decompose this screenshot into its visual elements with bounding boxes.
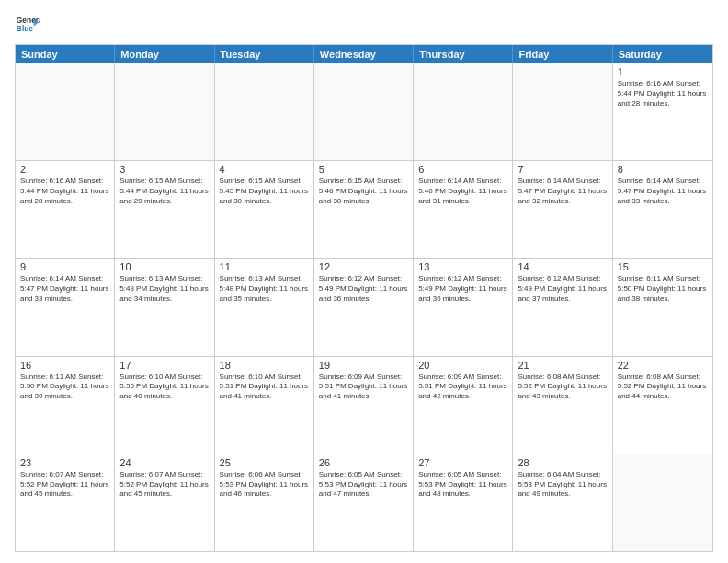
day-number: 19: [319, 360, 408, 371]
day-number: 8: [618, 164, 708, 175]
calendar-cell: 26Sunrise: 6:05 AM Sunset: 5:53 PM Dayli…: [314, 454, 414, 551]
day-number: 20: [418, 360, 507, 371]
cell-info-text: Sunrise: 6:11 AM Sunset: 5:50 PM Dayligh…: [20, 373, 109, 402]
cell-info-text: Sunrise: 6:07 AM Sunset: 5:52 PM Dayligh…: [20, 470, 109, 500]
cell-info-text: Sunrise: 6:06 AM Sunset: 5:53 PM Dayligh…: [220, 470, 309, 500]
calendar-cell: 22Sunrise: 6:08 AM Sunset: 5:52 PM Dayli…: [613, 357, 712, 454]
cell-info-text: Sunrise: 6:12 AM Sunset: 5:49 PM Dayligh…: [418, 274, 507, 304]
day-number: 3: [119, 164, 209, 175]
day-number: 7: [518, 164, 607, 175]
cell-info-text: Sunrise: 6:04 AM Sunset: 5:53 PM Dayligh…: [518, 470, 607, 500]
header-day-friday: Friday: [513, 45, 612, 63]
calendar-cell: 6Sunrise: 6:14 AM Sunset: 5:46 PM Daylig…: [414, 161, 513, 258]
day-number: 27: [418, 457, 507, 468]
day-number: 24: [119, 457, 209, 468]
header-day-sunday: Sunday: [16, 45, 115, 63]
day-number: 11: [220, 261, 309, 272]
calendar-cell: 2Sunrise: 6:16 AM Sunset: 5:44 PM Daylig…: [16, 161, 115, 258]
day-number: 28: [518, 457, 607, 468]
calendar-cell: 7Sunrise: 6:14 AM Sunset: 5:47 PM Daylig…: [513, 161, 612, 258]
cell-info-text: Sunrise: 6:14 AM Sunset: 5:47 PM Dayligh…: [618, 177, 708, 206]
cell-info-text: Sunrise: 6:05 AM Sunset: 5:53 PM Dayligh…: [418, 470, 507, 500]
cell-info-text: Sunrise: 6:10 AM Sunset: 5:51 PM Dayligh…: [220, 373, 309, 402]
calendar-cell: 15Sunrise: 6:11 AM Sunset: 5:50 PM Dayli…: [613, 259, 712, 355]
calendar-week-4: 16Sunrise: 6:11 AM Sunset: 5:50 PM Dayli…: [16, 357, 712, 454]
cell-info-text: Sunrise: 6:12 AM Sunset: 5:49 PM Dayligh…: [518, 274, 607, 304]
day-number: 25: [220, 457, 309, 468]
day-number: 10: [119, 261, 209, 272]
cell-info-text: Sunrise: 6:13 AM Sunset: 5:48 PM Dayligh…: [220, 274, 309, 304]
calendar-cell: 9Sunrise: 6:14 AM Sunset: 5:47 PM Daylig…: [16, 259, 115, 355]
cell-info-text: Sunrise: 6:07 AM Sunset: 5:52 PM Dayligh…: [119, 470, 209, 500]
day-number: 16: [20, 360, 109, 371]
calendar-week-5: 23Sunrise: 6:07 AM Sunset: 5:52 PM Dayli…: [16, 454, 712, 551]
day-number: 4: [220, 164, 309, 175]
day-number: 14: [518, 261, 607, 272]
calendar-cell: 19Sunrise: 6:09 AM Sunset: 5:51 PM Dayli…: [314, 357, 414, 454]
day-number: 9: [20, 261, 109, 272]
calendar-cell: 1Sunrise: 6:16 AM Sunset: 5:44 PM Daylig…: [613, 63, 712, 160]
header-day-thursday: Thursday: [414, 45, 513, 63]
calendar-cell: 28Sunrise: 6:04 AM Sunset: 5:53 PM Dayli…: [513, 454, 612, 551]
calendar-cell: 5Sunrise: 6:15 AM Sunset: 5:46 PM Daylig…: [314, 161, 414, 258]
calendar-cell: 24Sunrise: 6:07 AM Sunset: 5:52 PM Dayli…: [115, 454, 214, 551]
calendar-cell: 14Sunrise: 6:12 AM Sunset: 5:49 PM Dayli…: [513, 259, 612, 355]
day-number: 21: [518, 360, 607, 371]
svg-text:Blue: Blue: [17, 24, 33, 33]
calendar-cell: 3Sunrise: 6:15 AM Sunset: 5:44 PM Daylig…: [115, 161, 214, 258]
cell-info-text: Sunrise: 6:14 AM Sunset: 5:46 PM Dayligh…: [418, 177, 507, 206]
logo-icon: General Blue: [15, 11, 40, 37]
header-day-wednesday: Wednesday: [314, 45, 414, 63]
day-number: 17: [119, 360, 209, 371]
calendar-week-1: 1Sunrise: 6:16 AM Sunset: 5:44 PM Daylig…: [16, 63, 712, 161]
calendar-cell: [115, 63, 214, 160]
calendar-cell: 13Sunrise: 6:12 AM Sunset: 5:49 PM Dayli…: [414, 259, 513, 355]
day-number: 15: [618, 261, 708, 272]
day-number: 18: [220, 360, 309, 371]
calendar-cell: 18Sunrise: 6:10 AM Sunset: 5:51 PM Dayli…: [215, 357, 314, 454]
day-number: 12: [319, 261, 408, 272]
calendar-cell: 21Sunrise: 6:08 AM Sunset: 5:52 PM Dayli…: [513, 357, 612, 454]
cell-info-text: Sunrise: 6:09 AM Sunset: 5:51 PM Dayligh…: [319, 373, 408, 402]
cell-info-text: Sunrise: 6:15 AM Sunset: 5:44 PM Dayligh…: [119, 177, 209, 206]
day-number: 6: [418, 164, 507, 175]
calendar-cell: 4Sunrise: 6:15 AM Sunset: 5:45 PM Daylig…: [215, 161, 314, 258]
calendar-cell: 16Sunrise: 6:11 AM Sunset: 5:50 PM Dayli…: [16, 357, 115, 454]
calendar-cell: 8Sunrise: 6:14 AM Sunset: 5:47 PM Daylig…: [613, 161, 712, 258]
cell-info-text: Sunrise: 6:15 AM Sunset: 5:45 PM Dayligh…: [220, 177, 309, 206]
day-number: 5: [319, 164, 408, 175]
calendar-cell: 27Sunrise: 6:05 AM Sunset: 5:53 PM Dayli…: [414, 454, 513, 551]
calendar-cell: 17Sunrise: 6:10 AM Sunset: 5:50 PM Dayli…: [115, 357, 214, 454]
header-day-monday: Monday: [115, 45, 214, 63]
calendar-cell: 11Sunrise: 6:13 AM Sunset: 5:48 PM Dayli…: [215, 259, 314, 355]
calendar-week-3: 9Sunrise: 6:14 AM Sunset: 5:47 PM Daylig…: [16, 259, 712, 356]
day-number: 23: [20, 457, 109, 468]
calendar-cell: [414, 63, 513, 160]
day-number: 2: [20, 164, 109, 175]
header-day-saturday: Saturday: [613, 45, 712, 63]
calendar: SundayMondayTuesdayWednesdayThursdayFrid…: [15, 44, 713, 552]
cell-info-text: Sunrise: 6:14 AM Sunset: 5:47 PM Dayligh…: [20, 274, 109, 304]
calendar-body: 1Sunrise: 6:16 AM Sunset: 5:44 PM Daylig…: [16, 63, 712, 551]
calendar-cell: 20Sunrise: 6:09 AM Sunset: 5:51 PM Dayli…: [414, 357, 513, 454]
calendar-cell: 23Sunrise: 6:07 AM Sunset: 5:52 PM Dayli…: [16, 454, 115, 551]
calendar-cell: 12Sunrise: 6:12 AM Sunset: 5:49 PM Dayli…: [314, 259, 414, 355]
cell-info-text: Sunrise: 6:08 AM Sunset: 5:52 PM Dayligh…: [618, 373, 708, 402]
calendar-cell: 10Sunrise: 6:13 AM Sunset: 5:48 PM Dayli…: [115, 259, 214, 355]
cell-info-text: Sunrise: 6:12 AM Sunset: 5:49 PM Dayligh…: [319, 274, 408, 304]
header-day-tuesday: Tuesday: [215, 45, 314, 63]
cell-info-text: Sunrise: 6:16 AM Sunset: 5:44 PM Dayligh…: [20, 177, 109, 206]
calendar-week-2: 2Sunrise: 6:16 AM Sunset: 5:44 PM Daylig…: [16, 161, 712, 259]
cell-info-text: Sunrise: 6:16 AM Sunset: 5:44 PM Dayligh…: [618, 79, 708, 109]
calendar-cell: [215, 63, 314, 160]
cell-info-text: Sunrise: 6:15 AM Sunset: 5:46 PM Dayligh…: [319, 177, 408, 206]
cell-info-text: Sunrise: 6:10 AM Sunset: 5:50 PM Dayligh…: [119, 373, 209, 402]
calendar-cell: [513, 63, 612, 160]
page: General Blue SundayMondayTuesdayWednesda…: [0, 0, 728, 563]
calendar-cell: [613, 454, 712, 551]
cell-info-text: Sunrise: 6:05 AM Sunset: 5:53 PM Dayligh…: [319, 470, 408, 500]
cell-info-text: Sunrise: 6:14 AM Sunset: 5:47 PM Dayligh…: [518, 177, 607, 206]
logo: General Blue: [15, 11, 40, 37]
calendar-cell: 25Sunrise: 6:06 AM Sunset: 5:53 PM Dayli…: [215, 454, 314, 551]
day-number: 22: [618, 360, 708, 371]
